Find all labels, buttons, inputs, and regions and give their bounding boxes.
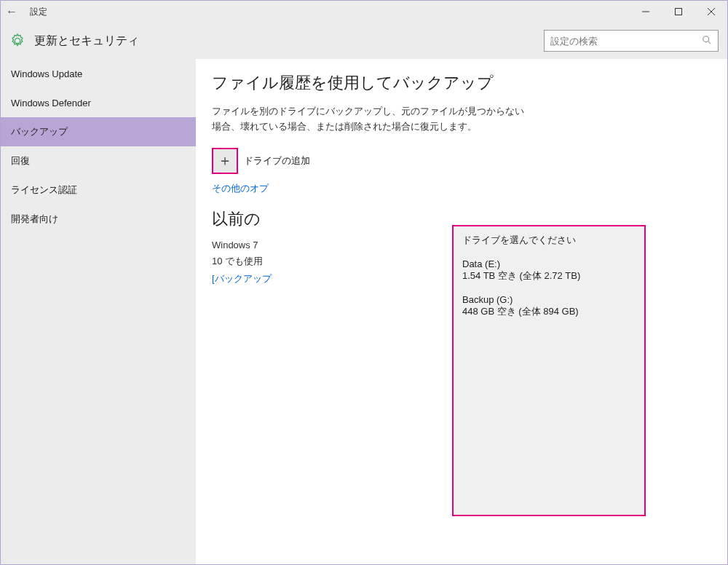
gear-icon (9, 33, 25, 49)
window-controls (629, 1, 727, 23)
maximize-button[interactable] (662, 1, 695, 23)
drive-select-flyout: ドライブを選んでください Data (E:) 1.54 TB 空き (全体 2.… (452, 225, 646, 516)
back-button[interactable]: ← (1, 5, 23, 18)
search-icon (702, 35, 712, 47)
header-bar: 更新とセキュリティ (1, 23, 727, 59)
section-heading-file-history: ファイル履歴を使用してバックアップ (212, 72, 711, 94)
sidebar-item-recovery[interactable]: 回復 (1, 146, 196, 175)
drive-entry-g[interactable]: Backup (G:) 448 GB 空き (全体 894 GB) (462, 294, 636, 318)
drive-space: 448 GB 空き (全体 894 GB) (462, 305, 636, 318)
window-title: 設定 (30, 6, 47, 18)
drive-space: 1.54 TB 空き (全体 2.72 TB) (462, 269, 636, 282)
section-desc-file-history: ファイルを別のドライブにバックアップし、元のファイルが見つからない場合、壊れてい… (212, 104, 532, 135)
sidebar-item-developer[interactable]: 開発者向け (1, 205, 196, 234)
close-button[interactable] (695, 1, 727, 23)
drive-entry-e[interactable]: Data (E:) 1.54 TB 空き (全体 2.72 TB) (462, 258, 636, 282)
drive-name: Backup (G:) (462, 294, 636, 305)
sidebar-item-windows-update[interactable]: Windows Update (1, 59, 196, 88)
search-input[interactable] (550, 36, 702, 47)
sidebar: Windows Update Windows Defender バックアップ 回… (1, 59, 196, 564)
svg-rect-1 (675, 9, 681, 15)
sidebar-item-activation[interactable]: ライセンス認証 (1, 175, 196, 205)
sidebar-item-windows-defender[interactable]: Windows Defender (1, 88, 196, 117)
plus-icon: ＋ (218, 151, 232, 170)
minimize-button[interactable] (629, 1, 662, 23)
category-title: 更新とセキュリティ (34, 33, 544, 49)
svg-line-5 (708, 41, 711, 44)
flyout-title: ドライブを選んでください (462, 234, 636, 247)
titlebar: ← 設定 (1, 1, 727, 23)
backup-restore-link[interactable]: [バックアップ (212, 272, 272, 285)
maximize-icon (675, 8, 682, 15)
add-drive-row: ＋ ドライブの追加 (212, 148, 711, 174)
svg-point-4 (703, 36, 709, 42)
minimize-icon (642, 8, 649, 15)
close-icon (708, 8, 715, 15)
add-drive-label: ドライブの追加 (244, 154, 310, 167)
add-drive-button[interactable]: ＋ (212, 148, 238, 174)
sidebar-item-backup[interactable]: バックアップ (1, 117, 196, 146)
drive-name: Data (E:) (462, 258, 636, 269)
content-area: ファイル履歴を使用してバックアップ ファイルを別のドライブにバックアップし、元の… (196, 59, 727, 564)
search-box[interactable] (544, 30, 719, 52)
other-options-link[interactable]: その他のオプ (212, 182, 269, 195)
